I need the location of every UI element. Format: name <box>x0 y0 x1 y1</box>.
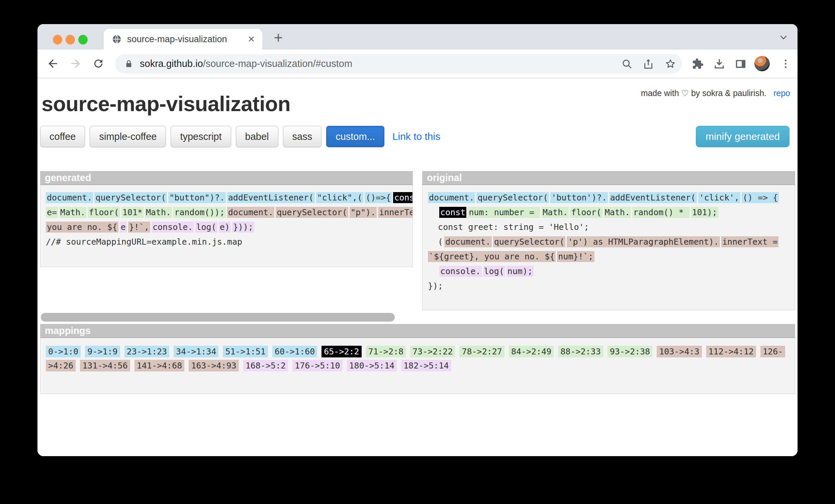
mapping-token[interactable]: 112->4:12 <box>706 346 756 358</box>
mapping-token[interactable]: ()=>{ <box>365 192 392 203</box>
mapping-token[interactable]: querySelector( <box>493 236 566 247</box>
mapping-token[interactable]: 101); <box>691 207 718 218</box>
mapping-token[interactable]: 'p') as HTMLParagraphElement). <box>567 236 720 247</box>
mapping-token[interactable]: console. <box>439 266 482 277</box>
mapping-token[interactable]: you are no. ${ <box>46 222 118 233</box>
example-button-babel[interactable]: babel <box>236 126 278 147</box>
mapping-token[interactable]: 73->2:22 <box>410 346 455 358</box>
mapping-token[interactable]: "button")?. <box>168 192 226 203</box>
search-icon[interactable] <box>621 58 633 70</box>
url-text[interactable]: sokra.github.io/source-map-visualization… <box>140 58 352 69</box>
scrollbar-thumb[interactable] <box>41 313 395 322</box>
extensions-puzzle-icon[interactable] <box>691 58 704 70</box>
new-tab-button[interactable]: + <box>269 28 288 47</box>
tab-close-icon[interactable]: ✕ <box>248 35 255 43</box>
example-button-simple-coffee[interactable]: simple-coffee <box>90 126 166 147</box>
mapping-token[interactable]: 180->5:14 <box>347 360 397 371</box>
mapping-token[interactable]: 93->2:38 <box>608 346 652 358</box>
mapping-token[interactable]: 126- <box>760 346 785 358</box>
mapping-token[interactable]: "click",( <box>316 192 363 203</box>
mapping-token[interactable]: 71->2:8 <box>366 346 406 358</box>
mapping-token[interactable]: 'click', <box>698 192 740 203</box>
mapping-token[interactable]: 103->4:3 <box>657 346 701 358</box>
mapping-token[interactable]: const <box>439 207 466 218</box>
mapping-token[interactable]: floor( <box>88 207 120 218</box>
mapping-token[interactable]: 51->1:51 <box>223 346 268 358</box>
minify-generated-button[interactable]: minify generated <box>696 126 790 147</box>
mapping-token[interactable]: 182->5:14 <box>401 360 451 371</box>
mapping-token[interactable]: 101* <box>121 207 144 218</box>
mapping-token[interactable]: floor( <box>570 207 602 218</box>
mapping-token[interactable]: document. <box>444 236 491 247</box>
mapping-token[interactable]: Math. <box>604 207 631 218</box>
mapping-token[interactable]: document. <box>227 207 274 218</box>
mapping-token[interactable]: num}!`; <box>557 251 594 262</box>
lock-icon[interactable] <box>124 59 134 69</box>
mapping-token[interactable]: document. <box>46 192 93 203</box>
mapping-token[interactable]: 163->4:93 <box>189 360 239 371</box>
mapping-token[interactable]: querySelector( <box>476 192 549 203</box>
mapping-token[interactable]: 176->5:10 <box>292 360 342 371</box>
forward-button[interactable] <box>68 56 83 71</box>
mapping-token[interactable]: innerText= <box>378 207 413 218</box>
mapping-token[interactable]: console. <box>151 222 194 233</box>
mapping-token[interactable]: num); <box>507 266 534 277</box>
address-bar[interactable]: sokra.github.io/source-map-visualization… <box>115 54 682 74</box>
mapping-token[interactable]: () => { <box>742 192 779 203</box>
generated-horizontal-scrollbar[interactable] <box>40 313 413 322</box>
mapping-token[interactable]: addEventListener( <box>609 192 697 203</box>
browser-menu-icon[interactable] <box>779 57 792 70</box>
mapping-token[interactable]: e= <box>46 207 58 218</box>
mapping-token[interactable]: querySelector( <box>94 192 167 203</box>
mapping-token[interactable]: log( <box>195 222 217 233</box>
mapping-token[interactable]: 78->2:27 <box>459 346 504 358</box>
bookmark-star-icon[interactable] <box>665 58 676 70</box>
mapping-token[interactable]: `${greet}, you are no. ${ <box>428 251 556 262</box>
mapping-token[interactable]: e <box>120 222 127 233</box>
mapping-token[interactable]: innerText = <box>721 236 779 247</box>
mapping-token[interactable]: 168->5:2 <box>243 360 288 371</box>
reload-button[interactable] <box>91 56 106 71</box>
window-zoom-button[interactable] <box>78 35 88 44</box>
mapping-token[interactable]: 60->1:60 <box>272 346 317 358</box>
mapping-token[interactable]: 131->4:56 <box>80 360 130 371</box>
mapping-token[interactable]: >4:26 <box>46 360 76 371</box>
share-icon[interactable] <box>642 58 654 70</box>
download-icon[interactable] <box>713 58 726 70</box>
mapping-token[interactable]: Math. <box>59 207 86 218</box>
mapping-token[interactable]: 65->2:2 <box>322 346 361 358</box>
mapping-token[interactable]: })); <box>232 222 254 233</box>
custom-button[interactable]: custom... <box>326 126 384 147</box>
mapping-token[interactable]: querySelector( <box>276 207 348 218</box>
mapping-token[interactable]: }!`, <box>128 222 150 233</box>
mapping-token[interactable]: random()); <box>173 207 226 218</box>
profile-avatar[interactable] <box>754 56 770 71</box>
mapping-token[interactable]: log( <box>483 266 505 277</box>
browser-tab[interactable]: source-map-visualization ✕ <box>104 29 262 49</box>
window-close-button[interactable] <box>53 35 62 44</box>
mapping-token[interactable]: 0->1:0 <box>46 346 81 358</box>
mapping-token[interactable]: 9->1:9 <box>85 346 120 358</box>
link-to-this-link[interactable]: Link to this <box>392 131 440 142</box>
mapping-token[interactable]: addEventListener( <box>227 192 315 203</box>
mapping-token[interactable]: num: number = <box>468 207 540 218</box>
mapping-token[interactable]: 88->2:33 <box>558 346 603 358</box>
mapping-token[interactable]: 'button')?. <box>550 192 608 203</box>
window-minimize-button[interactable] <box>65 35 75 44</box>
mapping-token[interactable]: 84->2:49 <box>509 346 554 358</box>
example-button-sass[interactable]: sass <box>283 126 322 147</box>
example-button-typescript[interactable]: typescript <box>170 126 231 147</box>
chevron-down-icon[interactable] <box>778 32 789 43</box>
mapping-token[interactable]: const <box>393 192 413 203</box>
mapping-token[interactable]: 34->1:34 <box>174 346 219 358</box>
mapping-token[interactable]: Math. <box>145 207 172 218</box>
mapping-token[interactable]: random() * <box>632 207 690 218</box>
mapping-token[interactable]: 141->4:68 <box>135 360 184 371</box>
repo-link[interactable]: repo <box>773 88 790 98</box>
mapping-token[interactable]: Math. <box>542 207 569 218</box>
mapping-token[interactable]: document. <box>428 192 475 203</box>
mapping-token[interactable]: e) <box>219 222 231 233</box>
side-panel-icon[interactable] <box>734 58 747 70</box>
example-button-coffee[interactable]: coffee <box>40 126 85 147</box>
mapping-token[interactable]: "p"). <box>350 207 377 218</box>
